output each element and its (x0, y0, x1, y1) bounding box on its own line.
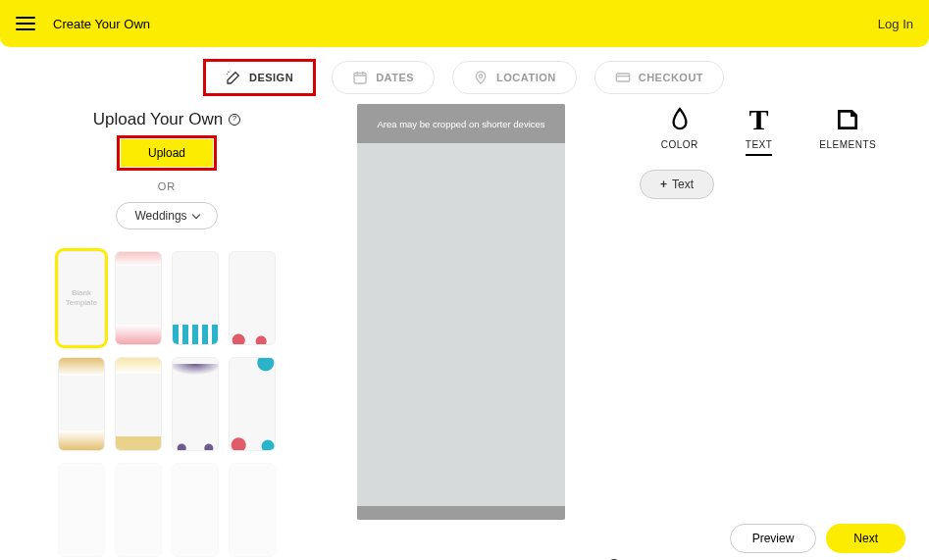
design-canvas[interactable]: Area may be cropped on shorter devices (357, 104, 565, 520)
tab-elements[interactable]: ELEMENTS (819, 106, 876, 156)
card-icon (615, 70, 631, 85)
next-button[interactable]: Next (826, 524, 905, 553)
tab-label: COLOR (661, 139, 698, 150)
main: Upload Your Own Upload OR Weddings Blank… (0, 104, 929, 560)
category-label: Weddings (134, 209, 186, 223)
center-panel: Area may be cropped on shorter devices i (334, 104, 589, 560)
tool-tabs: COLOR T TEXT ELEMENTS (628, 106, 909, 156)
step-design[interactable]: DESIGN (205, 61, 314, 94)
template-item[interactable] (229, 463, 276, 557)
svg-rect-2 (616, 74, 629, 81)
template-item[interactable] (229, 251, 276, 345)
text-icon: T (746, 106, 773, 133)
upload-title-text: Upload Your Own (93, 110, 223, 129)
preview-button[interactable]: Preview (730, 524, 817, 553)
template-grid: Blank Template (20, 251, 314, 557)
add-text-label: Text (672, 178, 694, 191)
template-item[interactable] (115, 463, 162, 557)
wand-icon (226, 70, 241, 85)
crop-warning-bottom (357, 506, 565, 520)
upload-button[interactable]: Upload (121, 139, 213, 167)
tab-text[interactable]: T TEXT (746, 106, 773, 156)
crop-warning-top: Area may be cropped on shorter devices (357, 104, 565, 143)
template-item[interactable] (172, 357, 219, 451)
step-location[interactable]: LOCATION (452, 61, 577, 94)
info-icon[interactable] (229, 114, 240, 126)
tab-color[interactable]: COLOR (661, 106, 698, 156)
login-link[interactable]: Log In (878, 17, 913, 31)
tab-label: TEXT (746, 139, 773, 156)
step-label: CHECKOUT (639, 72, 703, 83)
left-panel: Upload Your Own Upload OR Weddings Blank… (20, 104, 314, 560)
template-item[interactable] (115, 357, 162, 451)
step-label: DATES (376, 72, 414, 83)
category-select[interactable]: Weddings (116, 202, 217, 229)
sticker-icon (819, 106, 876, 133)
template-blank[interactable]: Blank Template (58, 251, 105, 345)
pin-icon (473, 70, 489, 85)
template-item[interactable] (58, 357, 105, 451)
svg-point-1 (479, 75, 482, 77)
svg-rect-0 (354, 73, 366, 83)
step-dates[interactable]: DATES (332, 61, 435, 94)
topbar: Create Your Own Log In (0, 0, 929, 47)
plus-icon: + (660, 178, 667, 191)
tab-label: ELEMENTS (819, 139, 876, 150)
right-panel: COLOR T TEXT ELEMENTS + Text Preview Nex… (608, 104, 909, 560)
or-divider: OR (20, 180, 314, 192)
template-item[interactable] (115, 251, 162, 345)
action-row: Preview Next (628, 524, 905, 553)
template-item[interactable] (172, 251, 219, 345)
template-item[interactable] (58, 463, 105, 557)
step-checkout[interactable]: CHECKOUT (594, 61, 724, 94)
topbar-left: Create Your Own (16, 17, 150, 31)
drop-icon (661, 106, 698, 133)
chevron-down-icon (191, 210, 199, 218)
stepper: DESIGN DATES LOCATION CHECKOUT (0, 47, 929, 104)
step-label: DESIGN (249, 72, 293, 83)
menu-icon[interactable] (16, 17, 35, 30)
add-text-button[interactable]: + Text (640, 170, 714, 199)
app-title: Create Your Own (53, 17, 150, 31)
template-item[interactable] (229, 357, 276, 451)
upload-title: Upload Your Own (93, 110, 240, 129)
step-label: LOCATION (496, 72, 556, 83)
footer-actions: Preview Next Contact information like UR… (628, 524, 909, 560)
template-item[interactable] (172, 463, 219, 557)
calendar-icon (352, 70, 368, 85)
